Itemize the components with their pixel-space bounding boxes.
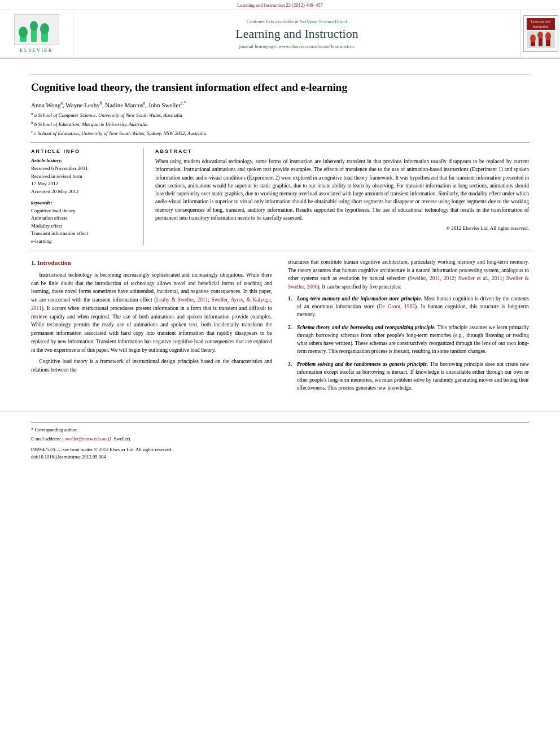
ref-sweller-2011-2[interactable]: Sweller, 2011, 2012 (410, 276, 454, 281)
principle-3-title: Problem solving and the randomness as ge… (297, 361, 428, 367)
history-item-3: Accepted 20 May 2012 (31, 188, 135, 195)
footer-divider (31, 422, 529, 423)
intro-para-2: Cognitive load theory is a framework of … (31, 357, 272, 374)
info-abstract-section: ARTICLE INFO Article history: Received 6… (31, 148, 529, 245)
authors-line: Anna Wonga, Wayne Leahyb, Nadine Marcusa… (31, 101, 529, 108)
history-label: Article history: (31, 158, 135, 163)
history-item-0: Received 6 November 2011 (31, 165, 135, 172)
corresponding-note: * Corresponding author. (31, 426, 529, 434)
ref-de-groot[interactable]: De Groot, 1965 (379, 304, 415, 309)
issn-line: 0959-4752/$ — see front matter © 2012 El… (31, 446, 529, 461)
logo-right-body (527, 31, 555, 48)
principle-1-title: Long-term memory and the information sto… (297, 296, 422, 302)
abstract-col: ABSTRACT When using modern educational t… (155, 148, 529, 245)
author-sup-a2: a (143, 101, 146, 106)
article-info-col: ARTICLE INFO Article history: Received 6… (31, 148, 144, 245)
author-sup-b: b (100, 101, 102, 106)
author-sup-a1: a (60, 101, 63, 106)
principle-2: 2. Schema theory and the borrowing and r… (288, 324, 529, 356)
divider-1 (31, 75, 529, 75)
keywords-label: keywords: (31, 200, 135, 206)
principle-2-title: Schema theory and the borrowing and reor… (297, 325, 436, 330)
svg-point-9 (537, 32, 543, 38)
affiliation-c: c c School of Education, University of N… (31, 129, 529, 137)
divider-2 (31, 142, 529, 143)
history-item-2: 17 May 2012 (31, 180, 135, 187)
abstract-text: When using modern educational technology… (155, 158, 529, 222)
svg-point-7 (530, 34, 536, 42)
svg-point-3 (30, 21, 38, 31)
ref-sweller-2011[interactable]: Sweller, Ayres, & Kalyuga, 2011 (31, 297, 272, 311)
svg-point-1 (19, 27, 28, 38)
ref-sweller-et-al[interactable]: Sweller et al., 2011 (458, 276, 502, 281)
keyword-0: Cognitive load theory (31, 207, 135, 215)
intro-para-1: Instructional technology is becoming inc… (31, 271, 272, 354)
history-item-1: Received in revised form (31, 173, 135, 180)
article-content: Cognitive load theory, the transient inf… (0, 59, 560, 403)
body-right-col: structures that constitute human cogniti… (288, 258, 529, 397)
svg-point-5 (40, 23, 49, 34)
article-info-heading: ARTICLE INFO (31, 148, 135, 154)
copyright-line: © 2012 Elsevier Ltd. All rights reserved… (155, 225, 529, 231)
body-two-col: 1. Introduction Instructional technology… (31, 258, 529, 397)
journal-title: Learning and Instruction (235, 27, 358, 41)
journal-homepage: journal homepage: www.elsevier.com/locat… (239, 43, 355, 49)
logo-right-header: Learning and Instruction (527, 18, 555, 30)
email-link[interactable]: j.sweller@unsw.edu.au (62, 436, 107, 442)
journal-logo-right: Learning and Instruction (520, 10, 560, 58)
keyword-3: Transient information effect (31, 230, 135, 238)
email-line: E-mail address: j.sweller@unsw.edu.au (J… (31, 435, 529, 443)
principle-3: 3. Problem solving and the randomness as… (288, 360, 529, 392)
elsevier-image (14, 14, 59, 45)
article-footer: * Corresponding author. E-mail address: … (0, 412, 560, 465)
body-left-col: 1. Introduction Instructional technology… (31, 258, 272, 397)
affiliation-a: a a School of Computer Science, Universi… (31, 111, 529, 119)
elsevier-tree-icon (17, 16, 56, 43)
keyword-2: Modality effect (31, 222, 135, 230)
journal-ref-text: Learning and Instruction 22 (2012) 449–4… (237, 2, 322, 8)
body-section: 1. Introduction Instructional technology… (31, 258, 529, 397)
journal-center: Contents lists available at SciVerse Sci… (73, 10, 520, 58)
ref-leahy-2011[interactable]: Leahy & Sweller, 2011 (156, 297, 208, 303)
journal-reference-top: Learning and Instruction 22 (2012) 449–4… (0, 0, 560, 10)
keyword-1: Animation effects (31, 215, 135, 222)
author-sup-c: c,* (181, 101, 186, 106)
principle-1: 1. Long-term memory and the information … (288, 295, 529, 319)
affiliation-b: b b School of Education, Macquarie Unive… (31, 120, 529, 128)
journal-logo-right-inner: Learning and Instruction (523, 15, 558, 52)
right-col-para-1: structures that constitute human cogniti… (288, 258, 529, 291)
intro-section-title: 1. Introduction (31, 258, 272, 268)
journal-header: ELSEVIER Contents lists available at Sci… (0, 10, 560, 59)
abstract-heading: ABSTRACT (155, 148, 529, 154)
principles-list: 1. Long-term memory and the information … (288, 295, 529, 392)
article-title: Cognitive load theory, the transient inf… (31, 81, 529, 95)
divider-3 (31, 251, 529, 251)
page-wrapper: Learning and Instruction 22 (2012) 449–4… (0, 0, 560, 465)
elsevier-logo-area: ELSEVIER (0, 10, 73, 58)
keyword-4: e-learning (31, 238, 135, 246)
sciverse-line: Contents lists available at SciVerse Sci… (247, 19, 348, 24)
svg-point-11 (545, 32, 551, 40)
sciverse-link[interactable]: SciVerse ScienceDirect (300, 19, 347, 24)
elsevier-label: ELSEVIER (14, 47, 59, 53)
